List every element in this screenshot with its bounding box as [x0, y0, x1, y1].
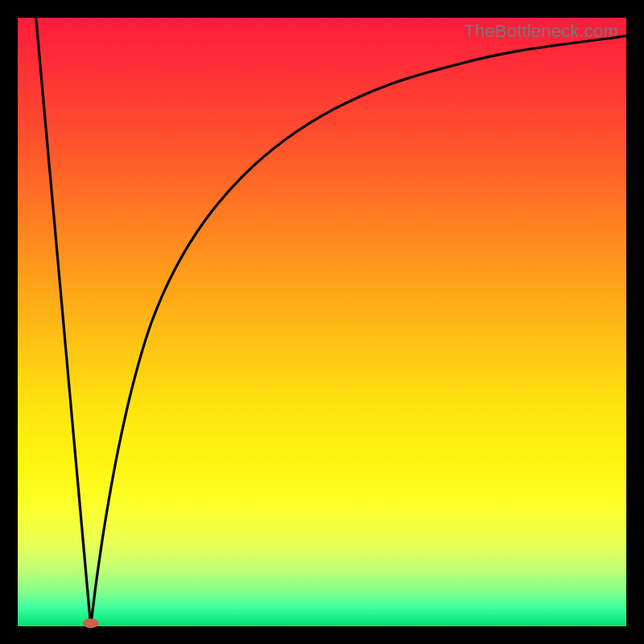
chart-frame: TheBottleneck.com: [0, 0, 644, 644]
min-marker: [83, 618, 99, 628]
plot-area: TheBottleneck.com: [18, 18, 626, 626]
curve-right-branch: [91, 36, 626, 626]
curve-left-branch: [36, 18, 91, 626]
curve-layer: [18, 18, 626, 626]
